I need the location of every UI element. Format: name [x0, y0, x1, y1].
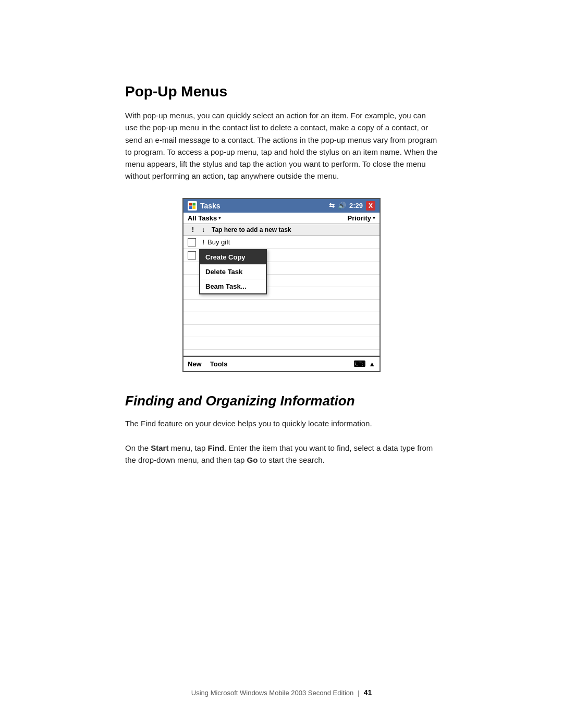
task-name-buy-gift: Buy gift [207, 238, 375, 246]
section2-body2-prefix: On the [125, 443, 151, 452]
section2-bold-start: Start [151, 443, 168, 452]
all-tasks-arrow: ▾ [218, 215, 221, 220]
section2-bold-find: Find [207, 443, 224, 452]
device-screenshot-wrapper: Tasks ⇆ 🔊 2:29 X All Tasks ▾ Priority ▾ [125, 198, 438, 372]
task-checkbox-send[interactable] [188, 251, 196, 260]
context-menu-create-copy[interactable]: Create Copy [200, 250, 266, 265]
footer-text: Using Microsoft Windows Mobile 2003 Seco… [191, 689, 353, 697]
svg-rect-0 [189, 203, 192, 206]
svg-rect-1 [193, 203, 196, 206]
title-bar: Tasks ⇆ 🔊 2:29 X [183, 199, 380, 213]
context-menu-delete-task[interactable]: Delete Task [200, 265, 266, 279]
task-checkbox-buy-gift[interactable] [188, 238, 196, 246]
footer-divider: | [358, 689, 359, 697]
context-menu-row: Send report Create Copy Delete Task Beam… [183, 249, 380, 262]
windows-logo-icon [188, 201, 197, 211]
bottom-bar-new[interactable]: New [188, 360, 202, 368]
section2-body2-end: to start the search. [258, 455, 324, 464]
add-task-text[interactable]: Tap here to add a new task [209, 226, 375, 233]
svg-rect-2 [189, 206, 192, 209]
page: Pop-Up Menus With pop-up menus, you can … [0, 0, 563, 728]
device-screen: Tasks ⇆ 🔊 2:29 X All Tasks ▾ Priority ▾ [182, 198, 381, 372]
task-row-buy-gift[interactable]: ! Buy gift [183, 236, 380, 249]
svg-rect-3 [193, 206, 196, 209]
menu-bar: All Tasks ▾ Priority ▾ [183, 213, 380, 224]
section2-title: Finding and Organizing Information [125, 393, 438, 409]
priority-dropdown[interactable]: Priority ▾ [347, 214, 375, 222]
priority-arrow: ▾ [373, 215, 375, 220]
section1-title: Pop-Up Menus [125, 83, 438, 100]
section2-body1: The Find feature on your device helps yo… [125, 417, 438, 429]
section2-bold-go: Go [247, 455, 258, 464]
close-button[interactable]: X [366, 201, 375, 211]
priority-label: Priority [347, 214, 371, 222]
section2-body2: On the Start menu, tap Find. Enter the i… [125, 442, 438, 466]
task-header-row[interactable]: ! ↓ Tap here to add a new task [183, 224, 380, 236]
context-menu-beam-task[interactable]: Beam Task... [200, 279, 266, 293]
sort-col[interactable]: ↓ [198, 226, 209, 233]
section2-body2-middle: menu, tap [168, 443, 207, 452]
keyboard-icon[interactable]: ⌨ [353, 359, 365, 369]
all-tasks-dropdown[interactable]: All Tasks ▾ [188, 214, 221, 222]
section1-body: With pop-up menus, you can quickly selec… [125, 109, 438, 182]
footer-page-number: 41 [364, 688, 372, 697]
bottom-bar: New Tools ⌨ ▲ [183, 356, 380, 371]
title-bar-left: Tasks [188, 201, 221, 211]
bottom-bar-arrow[interactable]: ▲ [369, 360, 375, 368]
bottom-bar-left: New Tools [188, 360, 227, 368]
bottom-bar-tools[interactable]: Tools [210, 360, 228, 368]
context-menu: Create Copy Delete Task Beam Task... [199, 249, 267, 294]
task-priority-buy-gift: ! [199, 238, 207, 246]
title-bar-time: 2:29 [349, 202, 363, 209]
exclamation-col: ! [188, 226, 198, 233]
bottom-bar-right: ⌨ ▲ [353, 359, 375, 369]
volume-icon: 🔊 [338, 202, 346, 209]
network-icon: ⇆ [329, 202, 335, 209]
title-bar-app-name: Tasks [200, 202, 221, 210]
footer: Using Microsoft Windows Mobile 2003 Seco… [0, 688, 563, 697]
all-tasks-label: All Tasks [188, 214, 217, 222]
title-bar-right: ⇆ 🔊 2:29 X [329, 201, 375, 211]
